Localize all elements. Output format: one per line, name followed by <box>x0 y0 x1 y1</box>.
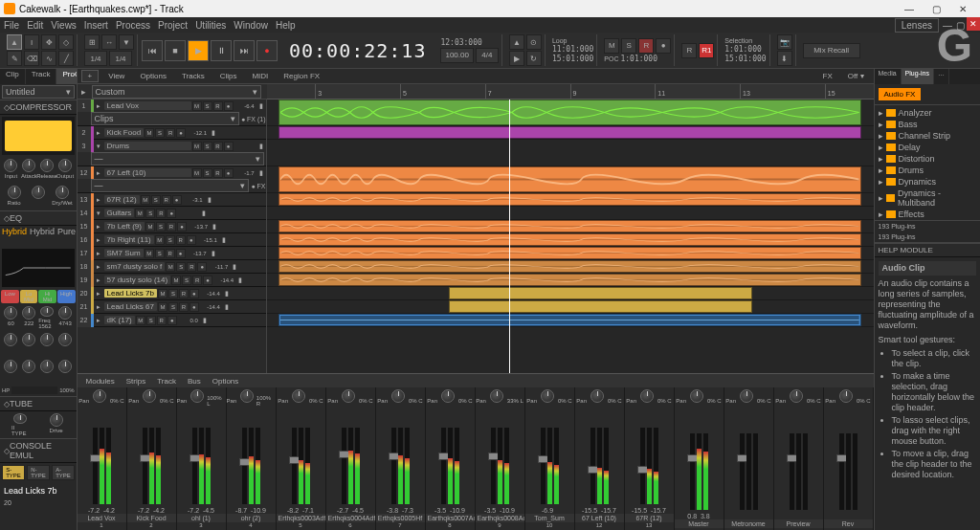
menu-insert[interactable]: Insert <box>84 20 108 31</box>
smart-tool[interactable]: ▲ <box>7 34 22 50</box>
minimize-button[interactable]: — <box>896 1 923 16</box>
count-in-button[interactable]: ⊙ <box>526 34 542 50</box>
track-lane[interactable] <box>267 207 874 220</box>
eq-low-freq[interactable] <box>4 306 17 320</box>
mute-all[interactable]: M <box>604 38 619 54</box>
eq-band-low[interactable]: Low <box>1 290 19 303</box>
plugin-folder[interactable]: ▸Dynamics <box>877 176 978 188</box>
track-header[interactable]: 20 ▸ Lead Licks 7b MSR● -14.4 ▮ <box>78 287 266 300</box>
browser-close-button[interactable]: ✕ <box>967 17 980 31</box>
plugin-folder[interactable]: ▸Delay <box>877 142 978 153</box>
export-button[interactable]: ⬇ <box>777 51 792 66</box>
track-name[interactable]: dK (17) <box>104 316 135 324</box>
input-echo-button[interactable]: ● <box>203 276 212 285</box>
track-number[interactable]: 12 <box>78 166 91 179</box>
eq-high-gain[interactable] <box>58 333 72 346</box>
solo-button[interactable]: S <box>182 276 191 285</box>
plugin-folder[interactable]: ▸Dynamics - Multiband <box>877 188 978 209</box>
menu-utilities[interactable]: Utilities <box>195 20 226 31</box>
mute-button[interactable]: M <box>135 209 145 218</box>
sel-end[interactable]: 15:01:000 <box>724 55 766 63</box>
fader[interactable] <box>342 428 346 504</box>
clips-area[interactable] <box>267 99 874 373</box>
pan-knob[interactable] <box>790 389 803 403</box>
menu-views[interactable]: Views <box>51 20 77 31</box>
solo-button[interactable]: S <box>203 168 212 178</box>
audio-clip[interactable] <box>278 260 861 273</box>
channel-name[interactable]: 67R (12) <box>625 514 674 522</box>
automation-read[interactable]: R <box>681 43 697 58</box>
audio-clip[interactable] <box>278 220 861 232</box>
pause-button[interactable]: ⏸ <box>211 40 232 61</box>
plugin-folder[interactable]: ▸Bass <box>877 119 978 130</box>
track-number[interactable]: 1 <box>78 99 91 112</box>
eq-lomid-gain[interactable] <box>22 333 35 346</box>
attack-knob[interactable] <box>22 159 35 172</box>
track-header[interactable]: 18 ▸ sm7 dusty solo f MSR● -11.7 ▮ <box>78 260 266 274</box>
solo-button[interactable]: S <box>203 101 212 111</box>
pan-knob[interactable] <box>391 389 405 403</box>
fx-label[interactable]: ● FX (1) <box>241 116 266 122</box>
tab-media[interactable]: Media <box>875 69 902 84</box>
timeline-ruler[interactable]: 3 5 7 9 11 13 15 <box>267 84 874 99</box>
input-echo-button[interactable]: ● <box>172 195 182 205</box>
cv-menu-strips[interactable]: Strips <box>122 376 150 386</box>
fader[interactable] <box>391 428 396 504</box>
eq-band-high[interactable]: High <box>57 290 76 303</box>
track-expand-icon[interactable]: ▸ <box>94 233 103 247</box>
grid-size-1[interactable]: 1/4 <box>84 51 107 66</box>
audio-clip[interactable] <box>278 233 861 246</box>
mute-button[interactable]: M <box>155 235 165 245</box>
timecode-display[interactable]: 00:00:22:13 <box>281 39 434 62</box>
mute-button[interactable]: M <box>136 316 145 325</box>
track-expand-icon[interactable]: ▸ <box>94 193 103 207</box>
track-lane[interactable] <box>267 233 874 247</box>
track-lane[interactable] <box>267 220 874 233</box>
atype-button[interactable]: A-TYPE <box>52 465 75 480</box>
fader[interactable] <box>292 428 297 504</box>
knee-knob[interactable] <box>32 186 45 199</box>
channel-name[interactable]: Erthqks0004Adf2 <box>326 514 375 522</box>
track-number[interactable]: 15 <box>78 220 91 233</box>
eq-mode-hybrid[interactable]: Hybrid <box>2 227 27 246</box>
audio-clip[interactable] <box>278 274 861 286</box>
arm-button[interactable]: R <box>213 142 223 151</box>
tv-menu-view[interactable]: View <box>102 71 130 81</box>
fader[interactable] <box>690 433 695 510</box>
compressor-header[interactable]: ◇ COMPRESSOR <box>0 99 77 115</box>
add-track-button[interactable]: + <box>81 70 100 82</box>
audio-clip[interactable] <box>278 314 861 326</box>
tv-menu-regionfx[interactable]: Region FX <box>278 71 325 81</box>
arm-button[interactable]: R <box>179 302 189 312</box>
audio-fx-label[interactable]: Audio FX <box>879 88 922 100</box>
close-button[interactable]: ✕ <box>949 1 976 16</box>
audio-clip[interactable] <box>278 166 861 192</box>
select-tool[interactable]: I <box>24 34 39 50</box>
channel-name[interactable]: Tom_Sum <box>525 514 574 522</box>
mute-button[interactable]: M <box>158 302 167 312</box>
tab-proch[interactable]: ProCh <box>56 69 77 84</box>
input-knob[interactable] <box>4 159 17 172</box>
stop-button[interactable]: ■ <box>165 40 186 61</box>
track-number[interactable]: 13 <box>78 193 91 207</box>
pan-knob[interactable] <box>740 389 753 403</box>
tv-menu-clips[interactable]: Clips <box>214 71 243 81</box>
cv-menu-track[interactable]: Track <box>152 376 181 386</box>
automation-write[interactable]: R1 <box>699 43 714 58</box>
pan-knob[interactable] <box>590 389 604 403</box>
track-expand-icon[interactable]: ▸ <box>94 220 103 233</box>
track-lane[interactable] <box>267 99 874 126</box>
track-number[interactable]: 3 <box>78 140 91 152</box>
maximize-button[interactable]: ▢ <box>923 1 949 16</box>
track-name[interactable]: Guitars <box>104 209 135 217</box>
pan-knob[interactable] <box>640 389 654 403</box>
eq-himid-freq[interactable] <box>40 306 54 317</box>
audio-clip[interactable] <box>278 247 861 259</box>
audio-engine-button[interactable]: ▶ <box>509 51 524 66</box>
eq-band-lomid[interactable]: Lo Mid <box>20 290 38 303</box>
channel-name[interactable]: ohl (1) <box>177 514 226 522</box>
input-echo-button[interactable]: ● <box>189 289 199 298</box>
mute-button[interactable]: M <box>141 195 150 205</box>
track-lane[interactable] <box>267 126 874 140</box>
channel-name[interactable]: Erthqks0005Hf <box>376 514 425 522</box>
